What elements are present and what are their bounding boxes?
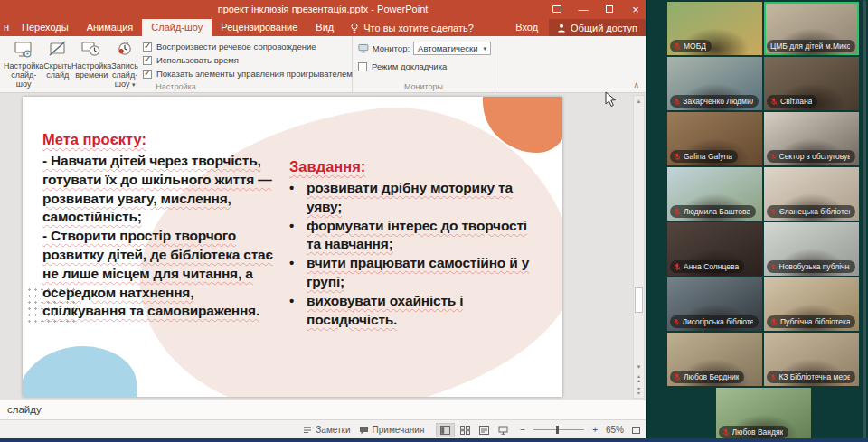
ribbon: Настройка слайд-шоу Скрыть слайд Настрой…	[0, 36, 646, 93]
notes-toggle-button[interactable]: Заметки	[303, 425, 350, 435]
scroll-up-icon[interactable]: ▴	[637, 96, 641, 107]
checkbox-icon	[143, 42, 152, 52]
view-buttons	[436, 423, 512, 437]
status-bar: Заметки Примечания −	[0, 420, 646, 439]
sign-in-button[interactable]: Вход	[505, 19, 549, 36]
zoom-in-button[interactable]: +	[592, 425, 598, 435]
participant-tile[interactable]: Новобузька публічна б...	[764, 222, 859, 276]
ribbon-tab-label: Анимация	[87, 22, 134, 33]
setup-slideshow-icon	[4, 40, 43, 61]
ribbon-tab-label: Рецензирование	[221, 22, 297, 33]
meeting-scrollbar[interactable]	[863, 0, 866, 442]
slide-textbox-tasks[interactable]: Завдання: розвивати дрібну моторику та у…	[289, 158, 530, 329]
zoom-out-button[interactable]: −	[520, 425, 525, 435]
close-button[interactable]: ×	[629, 3, 642, 15]
participant-tile[interactable]: Захарченко Людмила	[667, 57, 762, 110]
participant-tile[interactable]: КЗ Бібліотечна мережа...	[764, 333, 859, 386]
mic-muted-icon	[674, 153, 681, 161]
participant-tile[interactable]: Любов Бердник	[667, 333, 762, 386]
mic-muted-icon	[770, 153, 777, 161]
collapse-ribbon-button[interactable]: ∧	[633, 80, 639, 89]
scroll-down-icon[interactable]: ▾	[637, 362, 641, 372]
zoom-slider-thumb[interactable]	[556, 426, 559, 434]
ribbon-tab[interactable]: Переходы	[13, 19, 78, 36]
participant-tile[interactable]: Єланецька бібліотека д	[764, 167, 859, 221]
participant-tile[interactable]: Galina Galyna	[667, 112, 762, 165]
participant-tile[interactable]: МОБД	[667, 2, 762, 55]
ribbon-tab[interactable]: Анимация	[78, 19, 143, 36]
participant-nameplate: Публічна бібліотека	[767, 315, 855, 328]
vertical-scrollbar[interactable]: ▴ ▾ ▴▴ ▾▾	[633, 95, 645, 399]
notes-pane[interactable]: слайду	[0, 400, 646, 420]
participant-tile[interactable]: Людмила Баштова	[667, 167, 762, 221]
participant-nameplate: ЦМБ для дітей м.Миколаїв	[767, 40, 855, 52]
share-button[interactable]: Общий доступ	[549, 19, 646, 36]
goal-line: готувати їх до шкільного життя —	[42, 171, 285, 190]
participant-nameplate: КЗ Бібліотечна мережа...	[767, 371, 855, 383]
minimize-button[interactable]: —	[577, 3, 590, 15]
task-item: вчити працювати самостійно й у групі;	[289, 254, 530, 292]
fit-to-window-button[interactable]	[632, 427, 640, 434]
tell-me-box[interactable]: Что вы хотите сделать?	[343, 19, 481, 36]
ribbon-tab-label: Слайд-шоу	[151, 22, 203, 33]
monitor-select[interactable]: Автоматически ▾	[413, 42, 491, 55]
checkbox-icon	[143, 70, 152, 79]
participant-nameplate: Людмила Баштова	[670, 205, 756, 218]
checkbox-label: Использовать время	[156, 55, 239, 65]
reading-view-button[interactable]	[476, 424, 493, 437]
restore-button[interactable]	[603, 3, 616, 15]
participant-tile[interactable]: Сектор з обслуговуван...	[764, 112, 859, 165]
ribbon-tab[interactable]: н	[0, 19, 13, 36]
mic-muted-icon	[674, 263, 681, 271]
ribbon-checkbox[interactable]: Использовать время	[143, 55, 353, 65]
bullet-icon	[289, 254, 298, 292]
ribbon-group-setup: Настройка слайд-шоу Скрыть слайд Настрой…	[0, 36, 353, 92]
scrollbar-track[interactable]	[634, 107, 644, 362]
group-label-setup: Настройка	[0, 82, 352, 91]
participant-tile[interactable]: Публічна бібліотека	[764, 277, 859, 331]
participant-tile[interactable]: Любов Вандяк	[716, 388, 811, 441]
mouse-cursor	[605, 91, 617, 108]
participant-tile[interactable]: ЦМБ для дітей м.Миколаїв	[764, 2, 859, 55]
participant-tile[interactable]: Лисогірська бібліотека ...	[667, 277, 762, 331]
slideshow-view-button[interactable]	[495, 424, 512, 437]
title-bar: проект інклюзія презентація.pptx - Power…	[0, 0, 646, 19]
slide-textbox-goal[interactable]: Мета проєкту: - Навчати дітей через твор…	[42, 131, 285, 321]
mic-muted-icon	[722, 428, 730, 437]
task-text: формувати інтерес до творчості та навчан…	[307, 217, 530, 255]
goal-line: не лише місцем для читання, а	[42, 265, 285, 284]
scrollbar-thumb[interactable]	[635, 287, 643, 313]
presenter-mode-checkbox[interactable]: Режим докладчика	[358, 61, 491, 71]
participant-tile[interactable]: Анна Солнцева	[667, 222, 762, 276]
ribbon-checkbox[interactable]: Показать элементы управления проигрывате…	[143, 69, 353, 79]
participant-nameplate: Анна Солнцева	[670, 260, 744, 273]
rehearse-timings-icon	[71, 40, 111, 61]
slide-canvas[interactable]: Мета проєкту: - Навчати дітей через твор…	[23, 97, 562, 397]
next-slide-button[interactable]: ▾▾	[637, 385, 640, 398]
previous-slide-button[interactable]: ▴▴	[637, 372, 640, 385]
tell-me-label: Что вы хотите сделать?	[363, 23, 474, 33]
normal-view-button[interactable]	[436, 423, 455, 437]
zoom-slider[interactable]	[533, 429, 584, 430]
ribbon-tabs: нПереходыАнимацияСлайд-шоуРецензирование…	[0, 19, 343, 36]
presenter-mode-label: Режим докладчика	[372, 61, 447, 71]
ribbon-tab[interactable]: Вид	[307, 19, 343, 36]
task-item: розвивати дрібну моторику та уяву;	[289, 179, 530, 217]
bullet-icon	[289, 292, 298, 330]
goal-line: самостійність;	[42, 208, 285, 227]
ribbon-checkbox[interactable]: Воспроизвести речевое сопровождение	[143, 42, 353, 52]
person-icon	[557, 24, 566, 33]
checkbox-label: Показать элементы управления проигрывате…	[156, 69, 353, 79]
participant-name: Світлана	[780, 97, 812, 106]
slide-sorter-view-button[interactable]	[457, 424, 474, 437]
comments-toggle-button[interactable]: Примечания	[359, 425, 425, 435]
monitor-label: Монитор:	[373, 43, 410, 53]
ribbon-display-options-button[interactable]	[551, 3, 563, 15]
zoom-level[interactable]: 65%	[606, 425, 624, 435]
powerpoint-window: проект інклюзія презентація.pptx - Power…	[0, 0, 646, 442]
slide-editor: Мета проєкту: - Навчати дітей через твор…	[0, 93, 646, 400]
monitor-icon	[358, 43, 369, 53]
ribbon-tab[interactable]: Рецензирование	[212, 19, 307, 36]
participant-tile[interactable]: Світлана	[764, 57, 859, 110]
ribbon-tab[interactable]: Слайд-шоу	[142, 19, 212, 36]
